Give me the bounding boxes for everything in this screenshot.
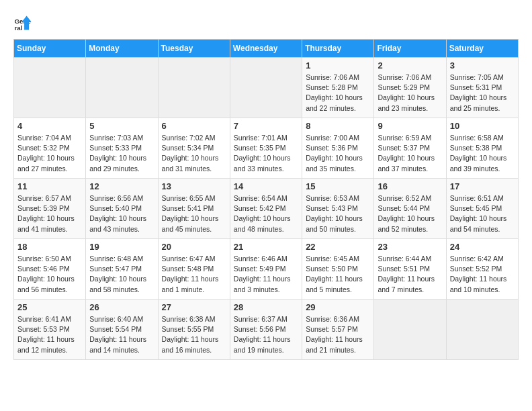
cell-info: Sunrise: 6:51 AMSunset: 5:45 PMDaylight:… — [450, 193, 515, 234]
logo-icon: Gene ral — [13, 13, 32, 32]
calendar-cell: 8Sunrise: 7:00 AMSunset: 5:36 PMDaylight… — [302, 118, 374, 179]
cell-info: Sunrise: 7:06 AMSunset: 5:28 PMDaylight:… — [306, 73, 370, 113]
calendar-cell: 24Sunrise: 6:42 AMSunset: 5:52 PMDayligh… — [446, 239, 518, 300]
cell-info: Sunrise: 6:58 AMSunset: 5:38 PMDaylight:… — [450, 133, 515, 174]
calendar-cell — [14, 58, 86, 118]
page-header: Gene ral — [13, 13, 519, 32]
day-number: 6 — [162, 121, 226, 131]
cell-info: Sunrise: 6:40 AMSunset: 5:54 PMDaylight:… — [89, 314, 154, 355]
day-number: 16 — [378, 181, 442, 191]
day-number: 17 — [450, 181, 515, 191]
week-row-5: 25Sunrise: 6:41 AMSunset: 5:53 PMDayligh… — [14, 300, 519, 360]
calendar-cell — [158, 58, 230, 118]
cell-info: Sunrise: 7:01 AMSunset: 5:35 PMDaylight:… — [234, 133, 298, 174]
day-number: 9 — [378, 121, 442, 131]
day-number: 1 — [306, 60, 370, 71]
header-day-sunday: Sunday — [14, 40, 86, 58]
day-number: 23 — [378, 242, 442, 252]
cell-info: Sunrise: 6:38 AMSunset: 5:55 PMDaylight:… — [162, 314, 226, 355]
day-number: 28 — [234, 302, 298, 312]
cell-info: Sunrise: 6:45 AMSunset: 5:50 PMDaylight:… — [306, 254, 370, 295]
calendar-cell: 5Sunrise: 7:03 AMSunset: 5:33 PMDaylight… — [86, 118, 158, 179]
header-day-tuesday: Tuesday — [158, 40, 230, 58]
calendar-cell: 19Sunrise: 6:48 AMSunset: 5:47 PMDayligh… — [86, 239, 158, 300]
cell-info: Sunrise: 7:02 AMSunset: 5:34 PMDaylight:… — [162, 133, 226, 174]
day-number: 12 — [89, 181, 154, 191]
day-number: 20 — [162, 242, 226, 252]
cell-info: Sunrise: 7:04 AMSunset: 5:32 PMDaylight:… — [17, 133, 82, 174]
cell-info: Sunrise: 6:57 AMSunset: 5:39 PMDaylight:… — [17, 193, 82, 234]
calendar-table: SundayMondayTuesdayWednesdayThursdayFrid… — [13, 39, 519, 360]
calendar-cell: 1Sunrise: 7:06 AMSunset: 5:28 PMDaylight… — [302, 58, 374, 118]
cell-info: Sunrise: 6:54 AMSunset: 5:42 PMDaylight:… — [234, 193, 298, 234]
calendar-cell: 16Sunrise: 6:52 AMSunset: 5:44 PMDayligh… — [374, 179, 446, 239]
svg-text:ral: ral — [14, 24, 22, 32]
day-number: 27 — [162, 302, 226, 312]
header-row: SundayMondayTuesdayWednesdayThursdayFrid… — [14, 40, 519, 58]
calendar-cell: 13Sunrise: 6:55 AMSunset: 5:41 PMDayligh… — [158, 179, 230, 239]
calendar-cell — [374, 300, 446, 360]
calendar-cell: 11Sunrise: 6:57 AMSunset: 5:39 PMDayligh… — [14, 179, 86, 239]
day-number: 7 — [234, 121, 298, 131]
cell-info: Sunrise: 7:00 AMSunset: 5:36 PMDaylight:… — [306, 133, 370, 174]
calendar-cell: 4Sunrise: 7:04 AMSunset: 5:32 PMDaylight… — [14, 118, 86, 179]
calendar-cell: 22Sunrise: 6:45 AMSunset: 5:50 PMDayligh… — [302, 239, 374, 300]
cell-info: Sunrise: 6:48 AMSunset: 5:47 PMDaylight:… — [89, 254, 154, 295]
cell-info: Sunrise: 7:05 AMSunset: 5:31 PMDaylight:… — [450, 73, 515, 113]
day-number: 18 — [17, 242, 82, 252]
week-row-1: 1Sunrise: 7:06 AMSunset: 5:28 PMDaylight… — [14, 58, 519, 118]
day-number: 8 — [306, 121, 370, 131]
cell-info: Sunrise: 6:52 AMSunset: 5:44 PMDaylight:… — [378, 193, 442, 234]
cell-info: Sunrise: 6:53 AMSunset: 5:43 PMDaylight:… — [306, 193, 370, 234]
cell-info: Sunrise: 6:50 AMSunset: 5:46 PMDaylight:… — [17, 254, 82, 295]
day-number: 4 — [17, 121, 82, 131]
day-number: 24 — [450, 242, 515, 252]
calendar-cell: 20Sunrise: 6:47 AMSunset: 5:48 PMDayligh… — [158, 239, 230, 300]
week-row-2: 4Sunrise: 7:04 AMSunset: 5:32 PMDaylight… — [14, 118, 519, 179]
day-number: 15 — [306, 181, 370, 191]
calendar-cell: 6Sunrise: 7:02 AMSunset: 5:34 PMDaylight… — [158, 118, 230, 179]
cell-info: Sunrise: 6:42 AMSunset: 5:52 PMDaylight:… — [450, 254, 515, 295]
cell-info: Sunrise: 7:06 AMSunset: 5:29 PMDaylight:… — [378, 73, 442, 113]
cell-info: Sunrise: 7:03 AMSunset: 5:33 PMDaylight:… — [89, 133, 154, 174]
header-day-wednesday: Wednesday — [230, 40, 302, 58]
day-number: 5 — [89, 121, 154, 131]
calendar-cell: 28Sunrise: 6:37 AMSunset: 5:56 PMDayligh… — [230, 300, 302, 360]
header-day-saturday: Saturday — [446, 40, 518, 58]
day-number: 11 — [17, 181, 82, 191]
cell-info: Sunrise: 6:37 AMSunset: 5:56 PMDaylight:… — [234, 314, 298, 355]
day-number: 13 — [162, 181, 226, 191]
header-day-friday: Friday — [374, 40, 446, 58]
header-day-thursday: Thursday — [302, 40, 374, 58]
day-number: 26 — [89, 302, 154, 312]
calendar-cell: 14Sunrise: 6:54 AMSunset: 5:42 PMDayligh… — [230, 179, 302, 239]
calendar-cell: 21Sunrise: 6:46 AMSunset: 5:49 PMDayligh… — [230, 239, 302, 300]
day-number: 2 — [378, 60, 442, 71]
calendar-cell: 23Sunrise: 6:44 AMSunset: 5:51 PMDayligh… — [374, 239, 446, 300]
calendar-cell: 26Sunrise: 6:40 AMSunset: 5:54 PMDayligh… — [86, 300, 158, 360]
cell-info: Sunrise: 6:36 AMSunset: 5:57 PMDaylight:… — [306, 314, 370, 355]
calendar-cell: 12Sunrise: 6:56 AMSunset: 5:40 PMDayligh… — [86, 179, 158, 239]
calendar-cell — [230, 58, 302, 118]
calendar-cell: 7Sunrise: 7:01 AMSunset: 5:35 PMDaylight… — [230, 118, 302, 179]
cell-info: Sunrise: 6:59 AMSunset: 5:37 PMDaylight:… — [378, 133, 442, 174]
calendar-cell — [446, 300, 518, 360]
week-row-4: 18Sunrise: 6:50 AMSunset: 5:46 PMDayligh… — [14, 239, 519, 300]
cell-info: Sunrise: 6:44 AMSunset: 5:51 PMDaylight:… — [378, 254, 442, 295]
calendar-cell: 29Sunrise: 6:36 AMSunset: 5:57 PMDayligh… — [302, 300, 374, 360]
calendar-cell: 9Sunrise: 6:59 AMSunset: 5:37 PMDaylight… — [374, 118, 446, 179]
calendar-cell: 25Sunrise: 6:41 AMSunset: 5:53 PMDayligh… — [14, 300, 86, 360]
cell-info: Sunrise: 6:56 AMSunset: 5:40 PMDaylight:… — [89, 193, 154, 234]
calendar-cell: 10Sunrise: 6:58 AMSunset: 5:38 PMDayligh… — [446, 118, 518, 179]
header-day-monday: Monday — [86, 40, 158, 58]
day-number: 14 — [234, 181, 298, 191]
day-number: 3 — [450, 60, 515, 71]
cell-info: Sunrise: 6:47 AMSunset: 5:48 PMDaylight:… — [162, 254, 226, 295]
calendar-cell — [86, 58, 158, 118]
day-number: 10 — [450, 121, 515, 131]
calendar-cell: 3Sunrise: 7:05 AMSunset: 5:31 PMDaylight… — [446, 58, 518, 118]
day-number: 22 — [306, 242, 370, 252]
day-number: 21 — [234, 242, 298, 252]
calendar-cell: 27Sunrise: 6:38 AMSunset: 5:55 PMDayligh… — [158, 300, 230, 360]
calendar-cell: 15Sunrise: 6:53 AMSunset: 5:43 PMDayligh… — [302, 179, 374, 239]
